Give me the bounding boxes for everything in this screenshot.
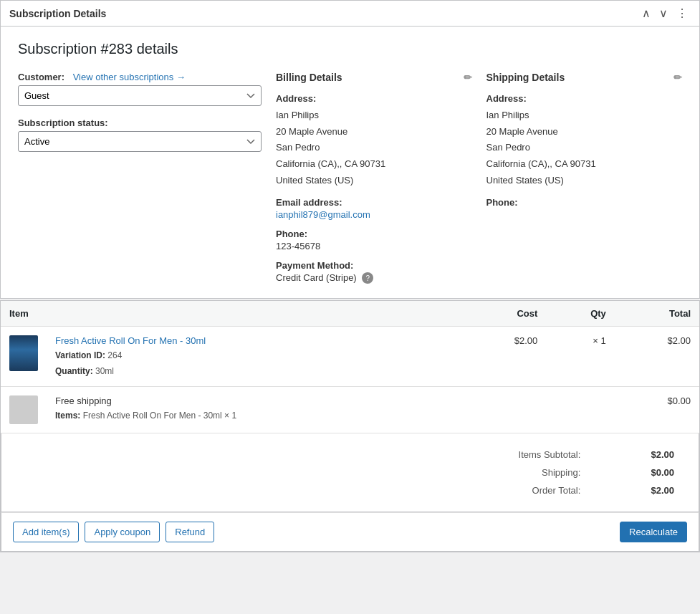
variation-id-value: 264 — [107, 350, 122, 360]
billing-payment-method: Credit Card (Stripe) ? — [276, 272, 472, 284]
billing-email: ianphil879@gmail.com — [276, 209, 472, 220]
items-table: Item Cost Qty Total Fresh Active Roll On… — [1, 301, 699, 433]
items-subtotal-value: $2.00 — [588, 446, 680, 463]
panel-title: Subscription Details — [9, 8, 106, 19]
order-total-value: $2.00 — [588, 482, 680, 499]
table-header-row: Item Cost Qty Total — [1, 301, 699, 327]
product-quantity-meta: Quantity: 30ml — [55, 365, 453, 378]
total-header: Total — [615, 301, 699, 327]
billing-country: United States (US) — [276, 173, 472, 188]
variation-id-label: Variation ID: — [55, 350, 105, 360]
shipping-title: Shipping Details ✏ — [486, 72, 683, 83]
shipping-total-label: Shipping: — [468, 464, 586, 481]
shipping-street: 20 Maple Avenue — [486, 125, 683, 140]
collapse-icon[interactable]: ∧ — [639, 6, 653, 20]
product-details-cell: Fresh Active Roll On For Men - 30ml Vari… — [47, 327, 461, 387]
items-subtotal-row: Items Subtotal: $2.00 — [468, 446, 680, 463]
actions-footer: Add item(s) Apply coupon Refund Recalcul… — [1, 512, 699, 552]
shipping-name-label: Free shipping — [55, 395, 112, 406]
shipping-name: Ian Philips — [486, 108, 683, 123]
product-meta: Variation ID: 264 — [55, 349, 453, 362]
shipping-qty-cell — [546, 387, 614, 433]
quantity-value: 30ml — [95, 366, 114, 376]
items-subtotal-label: Items Subtotal: — [468, 446, 586, 463]
add-items-button[interactable]: Add item(s) — [13, 522, 79, 542]
menu-icon[interactable]: ⋮ — [673, 6, 691, 20]
recalculate-button[interactable]: Recalculate — [620, 522, 687, 542]
totals-section: Items Subtotal: $2.00 Shipping: $0.00 Or… — [1, 433, 699, 512]
product-thumbnail — [9, 335, 38, 371]
panel-body: Subscription #283 details Customer: View… — [1, 27, 699, 298]
shipping-section: Shipping Details ✏ Address: Ian Philips … — [486, 72, 683, 284]
shipping-total-cell: $0.00 — [615, 387, 699, 433]
billing-city: San Pedro — [276, 140, 472, 155]
status-section: Subscription status: Active — [18, 117, 262, 152]
shipping-phone-label: Phone: — [486, 197, 683, 208]
subscription-panel: Subscription Details ∧ ∨ ⋮ Subscription … — [0, 0, 700, 299]
status-label: Subscription status: — [18, 117, 262, 128]
billing-state-zip: California (CA),, CA 90731 — [276, 157, 472, 172]
customer-select[interactable]: Guest — [18, 85, 262, 106]
shipping-items-label: Items: — [55, 411, 80, 421]
shipping-thumb-cell — [1, 387, 47, 433]
product-qty-cell: × 1 — [546, 327, 614, 387]
billing-phone: 123-45678 — [276, 241, 472, 251]
billing-payment-label: Payment Method: — [276, 260, 472, 271]
qty-header: Qty — [546, 301, 614, 327]
billing-phone-label: Phone: — [276, 229, 472, 239]
view-subscriptions-link[interactable]: View other subscriptions → — [73, 72, 186, 82]
order-total-row: Order Total: $2.00 — [468, 482, 680, 499]
shipping-total-value: $0.00 — [588, 464, 680, 481]
status-select[interactable]: Active — [18, 131, 262, 152]
shipping-thumbnail — [9, 395, 38, 424]
shipping-country: United States (US) — [486, 173, 683, 188]
billing-name: Ian Philips — [276, 108, 472, 123]
billing-street: 20 Maple Avenue — [276, 125, 472, 140]
shipping-details-cell: Free shipping Items: Fresh Active Roll O… — [47, 387, 461, 433]
subscription-title: Subscription #283 details — [18, 41, 682, 57]
expand-icon[interactable]: ∨ — [656, 6, 671, 20]
customer-label: Customer: View other subscriptions → — [18, 72, 262, 82]
cost-header: Cost — [461, 301, 546, 327]
billing-email-label: Email address: — [276, 197, 472, 208]
payment-info-icon[interactable]: ? — [362, 272, 373, 284]
shipping-items-value: Fresh Active Roll On For Men - 30ml × 1 — [83, 411, 236, 421]
order-total-label: Order Total: — [468, 482, 586, 499]
shipping-address-label: Address: — [486, 92, 683, 107]
shipping-edit-icon[interactable]: ✏ — [673, 72, 682, 83]
shipping-total-row: Shipping: $0.00 — [468, 464, 680, 481]
table-row: Free shipping Items: Fresh Active Roll O… — [1, 387, 699, 433]
shipping-state-zip: California (CA),, CA 90731 — [486, 157, 683, 172]
panel-header: Subscription Details ∧ ∨ ⋮ — [1, 1, 699, 27]
shipping-address: Address: Ian Philips 20 Maple Avenue San… — [486, 92, 683, 188]
details-grid: Customer: View other subscriptions → Gue… — [18, 72, 682, 284]
quantity-label: Quantity: — [55, 366, 93, 376]
table-row: Fresh Active Roll On For Men - 30ml Vari… — [1, 327, 699, 387]
customer-section: Customer: View other subscriptions → Gue… — [18, 72, 262, 284]
shipping-cost-cell — [461, 387, 546, 433]
refund-button[interactable]: Refund — [166, 522, 214, 542]
billing-address: Address: Ian Philips 20 Maple Avenue San… — [276, 92, 472, 188]
billing-title: Billing Details ✏ — [276, 72, 472, 83]
totals-table: Items Subtotal: $2.00 Shipping: $0.00 Or… — [466, 445, 681, 500]
product-thumb-cell — [1, 327, 47, 387]
panel-controls: ∧ ∨ ⋮ — [639, 6, 691, 20]
product-name-link[interactable]: Fresh Active Roll On For Men - 30ml — [55, 335, 206, 346]
product-cost-cell: $2.00 — [461, 327, 546, 387]
shipping-city: San Pedro — [486, 140, 683, 155]
billing-email-link[interactable]: ianphil879@gmail.com — [276, 209, 370, 220]
billing-address-label: Address: — [276, 92, 472, 107]
product-total-cell: $2.00 — [615, 327, 699, 387]
actions-left: Add item(s) Apply coupon Refund — [13, 522, 214, 542]
shipping-items-meta: Items: Fresh Active Roll On For Men - 30… — [55, 409, 453, 422]
billing-edit-icon[interactable]: ✏ — [464, 72, 472, 83]
items-panel: Item Cost Qty Total Fresh Active Roll On… — [0, 300, 700, 552]
billing-section: Billing Details ✏ Address: Ian Philips 2… — [276, 72, 472, 284]
apply-coupon-button[interactable]: Apply coupon — [85, 522, 160, 542]
item-header: Item — [1, 301, 461, 327]
